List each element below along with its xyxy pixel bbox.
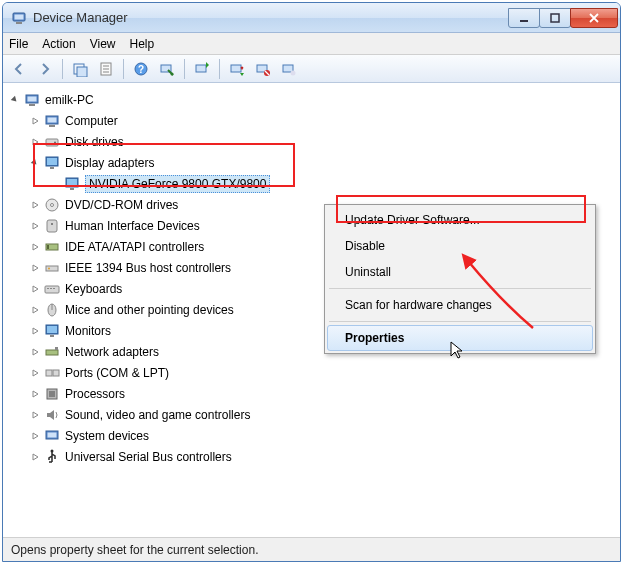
tree-device[interactable]: NVIDIA GeForce 9800 GTX/9800: [47, 173, 616, 194]
menu-help[interactable]: Help: [130, 37, 155, 51]
tree-category-label: Network adapters: [65, 345, 159, 359]
expand-icon[interactable]: [29, 304, 41, 316]
maximize-button[interactable]: [539, 8, 571, 28]
svg-rect-54: [55, 347, 58, 350]
svg-rect-46: [50, 288, 52, 289]
tree-category[interactable]: Ports (COM & LPT): [27, 362, 616, 383]
ide-icon: [44, 239, 60, 255]
menu-action[interactable]: Action: [42, 37, 75, 51]
cpu-icon: [44, 386, 60, 402]
menubar: File Action View Help: [3, 33, 620, 55]
tree-category[interactable]: System devices: [27, 425, 616, 446]
menu-file[interactable]: File: [9, 37, 28, 51]
svg-point-61: [51, 449, 54, 452]
context-properties[interactable]: Properties: [327, 325, 593, 351]
tree-category-label: DVD/CD-ROM drives: [65, 198, 178, 212]
context-uninstall[interactable]: Uninstall: [327, 259, 593, 285]
expand-icon[interactable]: [29, 262, 41, 274]
expand-icon[interactable]: [29, 367, 41, 379]
expand-icon[interactable]: [29, 136, 41, 148]
svg-rect-58: [49, 391, 55, 397]
show-hidden-button[interactable]: [68, 57, 92, 81]
svg-point-21: [291, 70, 296, 75]
update-driver-toolbar-button[interactable]: [190, 57, 214, 81]
tree-category-label: Ports (COM & LPT): [65, 366, 169, 380]
context-disable[interactable]: Disable: [327, 233, 593, 259]
tree-category-label: IDE ATA/ATAPI controllers: [65, 240, 204, 254]
expand-icon[interactable]: [29, 409, 41, 421]
expand-icon[interactable]: [29, 346, 41, 358]
svg-rect-6: [77, 67, 87, 77]
svg-point-29: [54, 141, 56, 143]
context-scan[interactable]: Scan for hardware changes: [327, 292, 593, 318]
tree-category-label: System devices: [65, 429, 149, 443]
device-tree-panel[interactable]: emilk-PC ComputerDisk drivesDisplay adap…: [3, 83, 620, 537]
svg-rect-53: [46, 350, 58, 355]
properties-toolbar-button[interactable]: [94, 57, 118, 81]
svg-rect-15: [196, 65, 206, 72]
tree-category-label: Monitors: [65, 324, 111, 338]
svg-point-43: [48, 267, 50, 269]
context-update-driver[interactable]: Update Driver Software...: [327, 207, 593, 233]
svg-point-14: [171, 72, 174, 75]
tree-category[interactable]: Display adapters: [27, 152, 616, 173]
svg-rect-35: [70, 188, 74, 190]
ieee-icon: [44, 260, 60, 276]
forward-button[interactable]: [33, 57, 57, 81]
expand-icon[interactable]: [29, 430, 41, 442]
tree-category[interactable]: Universal Serial Bus controllers: [27, 446, 616, 467]
expand-icon[interactable]: [29, 220, 41, 232]
tree-category-label: Sound, video and game controllers: [65, 408, 250, 422]
tree-category[interactable]: Computer: [27, 110, 616, 131]
expand-icon[interactable]: [29, 241, 41, 253]
device-manager-window: Device Manager File Action View Help ?: [2, 2, 621, 562]
svg-rect-45: [47, 288, 49, 289]
minimize-button[interactable]: [508, 8, 540, 28]
tree-category-label: Mice and other pointing devices: [65, 303, 234, 317]
disk-icon: [44, 134, 60, 150]
close-button[interactable]: [570, 8, 618, 28]
tree-root[interactable]: emilk-PC: [7, 89, 616, 110]
svg-rect-41: [47, 245, 49, 249]
svg-rect-56: [53, 370, 59, 376]
collapse-icon[interactable]: [29, 157, 41, 169]
svg-rect-28: [46, 139, 58, 146]
back-button[interactable]: [7, 57, 31, 81]
svg-rect-55: [46, 370, 52, 376]
svg-rect-51: [47, 326, 57, 333]
svg-rect-4: [551, 14, 559, 22]
status-text: Opens property sheet for the current sel…: [11, 543, 258, 557]
svg-rect-44: [45, 286, 59, 293]
collapse-icon[interactable]: [9, 94, 21, 106]
ports-icon: [44, 365, 60, 381]
tree-category[interactable]: Processors: [27, 383, 616, 404]
tree-category[interactable]: Sound, video and game controllers: [27, 404, 616, 425]
computer-icon: [44, 113, 60, 129]
tree-category-label: Computer: [65, 114, 118, 128]
svg-rect-38: [47, 220, 57, 232]
hid-icon: [44, 218, 60, 234]
svg-rect-31: [47, 158, 57, 165]
expand-icon[interactable]: [29, 325, 41, 337]
help-button[interactable]: ?: [129, 57, 153, 81]
expand-icon[interactable]: [29, 283, 41, 295]
disable-toolbar-button[interactable]: [251, 57, 275, 81]
expand-icon[interactable]: [29, 388, 41, 400]
display-icon: [44, 155, 60, 171]
svg-rect-52: [50, 335, 54, 337]
svg-rect-23: [28, 96, 37, 101]
tree-category-label: Human Interface Devices: [65, 219, 200, 233]
computer-icon: [24, 92, 40, 108]
expand-icon[interactable]: [29, 451, 41, 463]
svg-rect-16: [231, 65, 241, 72]
scan-button[interactable]: [155, 57, 179, 81]
dvd-icon: [44, 197, 60, 213]
uninstall-toolbar-button[interactable]: [225, 57, 249, 81]
display-icon: [64, 176, 80, 192]
svg-point-37: [51, 203, 54, 206]
expand-icon[interactable]: [29, 115, 41, 127]
expand-icon[interactable]: [29, 199, 41, 211]
menu-view[interactable]: View: [90, 37, 116, 51]
enable-toolbar-button[interactable]: [277, 57, 301, 81]
tree-category[interactable]: Disk drives: [27, 131, 616, 152]
